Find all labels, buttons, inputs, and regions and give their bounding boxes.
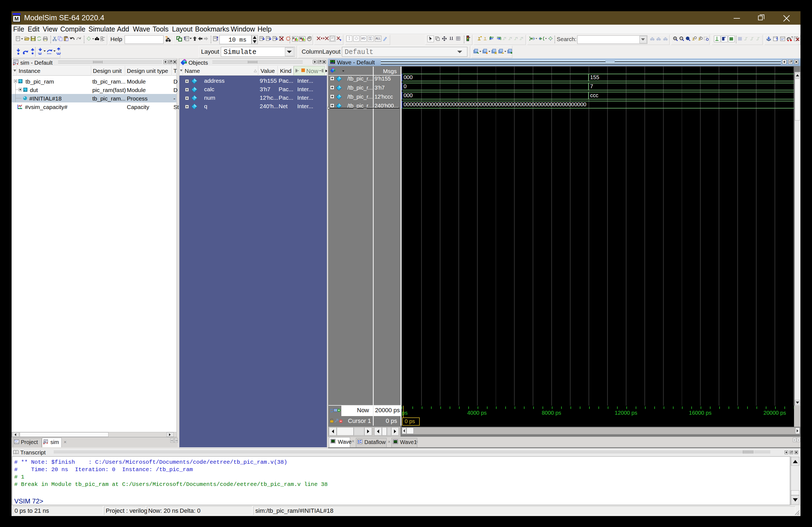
svg-text:?: ? xyxy=(165,36,168,40)
svg-text:M: M xyxy=(300,37,302,40)
svg-text:?: ? xyxy=(791,36,793,39)
svg-text:?: ? xyxy=(776,38,778,42)
svg-text:1: 1 xyxy=(369,37,371,40)
svg-text:ALL: ALL xyxy=(376,37,380,40)
svg-text:I/O: I/O xyxy=(361,37,365,40)
svg-text:P: P xyxy=(293,37,294,40)
